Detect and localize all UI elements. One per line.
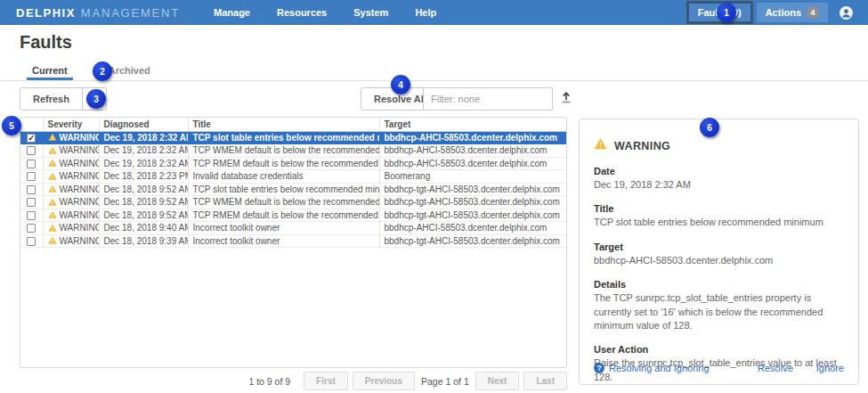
- table-row[interactable]: WARNINGDec 19, 2018 2:32 AMTCP RMEM defa…: [20, 157, 567, 170]
- table-row[interactable]: WARNINGDec 18, 2018 9:52 AMTCP WMEM defa…: [20, 196, 567, 209]
- detail-user-action-label: User Action: [594, 344, 844, 355]
- title-cell: Incorrect toolkit owner: [188, 234, 379, 248]
- detail-target-value: bbdhcp-AHCI-58503.dcenter.delphix.com: [594, 254, 844, 267]
- ignore-link[interactable]: Ignore: [816, 363, 844, 373]
- logo-primary: DELPHIX: [16, 6, 76, 20]
- target-cell: bbdhcp-AHCI-58503.dcenter.delphix.com: [379, 131, 567, 144]
- table-row[interactable]: WARNINGDec 19, 2018 2:32 AMTCP WMEM defa…: [20, 144, 567, 158]
- target-cell: bbdhcp-AHCI-58503.dcenter.delphix.com: [379, 144, 567, 158]
- fault-detail-panel: WARNING Date Dec 19, 2018 2:32 AM Title …: [579, 119, 859, 385]
- table-row[interactable]: WARNINGDec 18, 2018 9:52 AMTCP RMEM defa…: [20, 209, 567, 222]
- detail-footer: ? Resolving and Ignoring Resolve Ignore: [594, 363, 844, 373]
- severity-text: WARNING: [60, 197, 100, 207]
- title-cell: TCP WMEM default is below the recommende…: [188, 196, 379, 209]
- callout-6: 6: [700, 118, 719, 137]
- warning-icon: [48, 198, 57, 207]
- title-cell: TCP RMEM default is below the recommende…: [188, 157, 379, 170]
- pagination-bar: 1 to 9 of 9 First Previous Page 1 of 1 N…: [20, 372, 567, 390]
- title-cell: TCP slot table entries below recommended…: [188, 131, 379, 144]
- user-profile-icon[interactable]: [839, 5, 854, 20]
- detail-title-value: TCP slot table entries below recommended…: [594, 216, 844, 229]
- diagnosed-cell: Dec 18, 2018 9:52 AM: [99, 183, 188, 196]
- last-page-button[interactable]: Last: [523, 372, 567, 390]
- severity-text: WARNING: [60, 145, 100, 155]
- diagnosed-cell: Dec 19, 2018 2:32 AM: [99, 144, 188, 158]
- tab-current[interactable]: Current: [27, 62, 73, 80]
- target-cell: Boomerang: [379, 170, 567, 184]
- table-row[interactable]: WARNINGDec 18, 2018 9:39 AMIncorrect too…: [20, 234, 567, 248]
- column-header-target[interactable]: Target: [379, 118, 567, 131]
- nav-item-resources[interactable]: Resources: [277, 7, 327, 18]
- faults-table: SeverityDiagnosedTitleTarget ✓WARNINGDec…: [20, 117, 567, 368]
- row-checkbox[interactable]: [27, 237, 36, 246]
- detail-details-label: Details: [594, 279, 844, 290]
- diagnosed-cell: Dec 18, 2018 2:23 PM: [99, 170, 188, 184]
- row-checkbox[interactable]: [27, 211, 36, 220]
- tab-bar: Current Archived: [0, 62, 868, 81]
- row-checkbox[interactable]: [27, 172, 36, 181]
- warning-icon: [48, 184, 57, 193]
- help-question-icon: ?: [594, 363, 604, 373]
- row-checkbox[interactable]: ✓: [27, 134, 36, 143]
- title-cell: Incorrect toolkit owner: [188, 222, 379, 235]
- title-cell: TCP RMEM default is below the recommende…: [188, 209, 379, 222]
- table-row[interactable]: WARNINGDec 18, 2018 2:23 PMInvalid datab…: [20, 170, 567, 184]
- severity-text: WARNING: [60, 184, 100, 194]
- row-checkbox[interactable]: [27, 185, 36, 194]
- title-cell: Invalid database credentials: [188, 170, 379, 184]
- warning-icon: [48, 146, 57, 155]
- export-icon[interactable]: [558, 90, 574, 106]
- nav-item-help[interactable]: Help: [415, 7, 436, 18]
- target-cell: bbdhcp-tgt-AHCI-58503.dcenter.delphix.co…: [379, 234, 567, 248]
- title-cell: TCP slot table entries below recommended…: [188, 183, 379, 196]
- column-header-severity[interactable]: Severity: [43, 118, 99, 131]
- column-header-title[interactable]: Title: [188, 118, 379, 131]
- diagnosed-cell: Dec 18, 2018 9:39 AM: [99, 234, 188, 248]
- column-header-diagnosed[interactable]: Diagnosed: [99, 118, 188, 131]
- row-checkbox[interactable]: [27, 224, 36, 233]
- warning-icon: [48, 133, 57, 142]
- warning-icon: [48, 210, 57, 219]
- filter-input[interactable]: [423, 87, 553, 111]
- diagnosed-cell: Dec 18, 2018 9:52 AM: [99, 196, 188, 209]
- severity-text: WARNING: [60, 171, 100, 181]
- actions-label: Actions: [766, 7, 801, 18]
- resolving-and-ignoring-link[interactable]: ? Resolving and Ignoring: [594, 363, 710, 373]
- page-indicator: Page 1 of 1: [421, 376, 469, 387]
- table-row[interactable]: WARNINGDec 18, 2018 9:52 AMTCP slot tabl…: [20, 183, 567, 196]
- previous-page-button[interactable]: Previous: [353, 372, 415, 390]
- warning-icon: [48, 159, 57, 168]
- nav-item-system[interactable]: System: [353, 7, 388, 18]
- table-row[interactable]: ✓WARNINGDec 19, 2018 2:32 AMTCP slot tab…: [20, 131, 567, 144]
- nav-menu: ManageResourcesSystemHelp: [214, 7, 436, 18]
- callout-2: 2: [93, 61, 112, 81]
- target-cell: bbdhcp-tgt-AHCI-58503.dcenter.delphix.co…: [379, 183, 567, 196]
- target-cell: bbdhcp-AHCI-58503.dcenter.delphix.com: [379, 157, 567, 170]
- next-page-button[interactable]: Next: [475, 372, 520, 390]
- detail-target-label: Target: [594, 242, 844, 252]
- detail-date-label: Date: [594, 166, 844, 176]
- table-row[interactable]: WARNINGDec 18, 2018 9:40 AMIncorrect too…: [20, 222, 567, 235]
- logo-secondary: MANAGEMENT: [81, 6, 180, 20]
- warning-icon: [48, 224, 57, 233]
- detail-date-value: Dec 19, 2018 2:32 AM: [594, 178, 844, 192]
- refresh-button[interactable]: Refresh: [20, 87, 83, 111]
- first-page-button[interactable]: First: [304, 372, 348, 390]
- detail-title-label: Title: [594, 203, 844, 214]
- row-checkbox[interactable]: [27, 160, 36, 168]
- nav-item-manage[interactable]: Manage: [214, 7, 250, 18]
- severity-text: WARNING: [60, 210, 100, 220]
- target-cell: bbdhcp-AHCI-58503.dcenter.delphix.com: [379, 222, 567, 235]
- page-title: Faults: [20, 32, 72, 53]
- row-checkbox[interactable]: [27, 198, 36, 207]
- callout-1: 1: [717, 3, 736, 22]
- column-header-checkbox[interactable]: [20, 118, 43, 131]
- diagnosed-cell: Dec 19, 2018 2:32 AM: [99, 157, 188, 170]
- callout-5: 5: [2, 116, 21, 135]
- target-cell: bbdhcp-tgt-AHCI-58503.dcenter.delphix.co…: [379, 209, 567, 222]
- resolve-link[interactable]: Resolve: [758, 363, 793, 373]
- row-checkbox[interactable]: [27, 146, 36, 155]
- diagnosed-cell: Dec 18, 2018 9:52 AM: [99, 209, 188, 222]
- actions-button[interactable]: Actions 4: [757, 3, 828, 22]
- diagnosed-cell: Dec 18, 2018 9:40 AM: [99, 222, 188, 235]
